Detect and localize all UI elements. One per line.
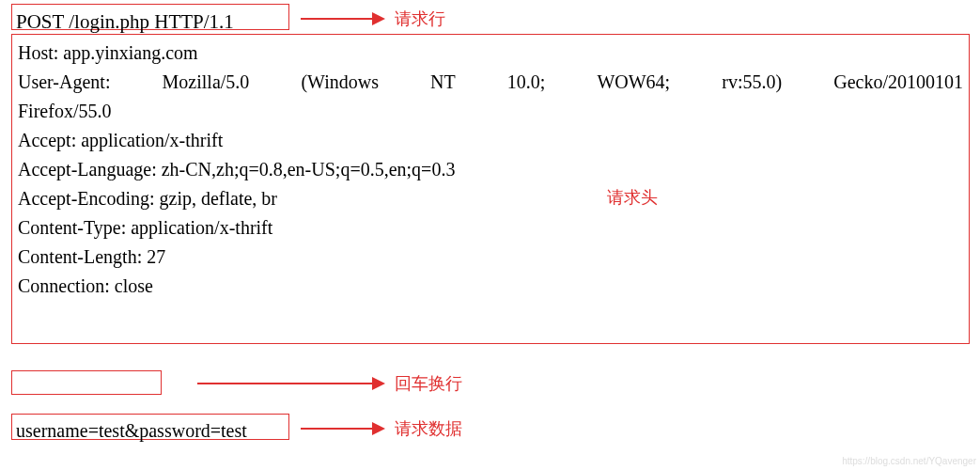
- ua-3: NT: [430, 68, 456, 97]
- header-connection: Connection: close: [18, 272, 963, 301]
- ua-1: Mozilla/5.0: [163, 68, 250, 97]
- header-accept-encoding: Accept-Encoding: gzip, deflate, br: [18, 184, 963, 213]
- request-body-box: username=test&password=test: [11, 414, 289, 440]
- header-content-length: Content-Length: 27: [18, 243, 963, 272]
- header-content-type: Content-Type: application/x-thrift: [18, 213, 963, 243]
- watermark: https://blog.csdn.net/YQavenger: [842, 456, 976, 466]
- arrow-line: [301, 428, 372, 430]
- ua-2: (Windows: [301, 68, 379, 97]
- crlf-box: [11, 370, 162, 395]
- ua-0: User-Agent:: [18, 68, 110, 97]
- label-crlf: 回车换行: [395, 372, 462, 395]
- arrow-crlf: [197, 377, 385, 390]
- header-user-agent-tail: Firefox/55.0: [18, 97, 963, 126]
- header-accept: Accept: application/x-thrift: [18, 126, 963, 155]
- header-host: Host: app.yinxiang.com: [18, 39, 963, 68]
- header-accept-language: Accept-Language: zh-CN,zh;q=0.8,en-US;q=…: [18, 155, 963, 184]
- arrow-body: [301, 422, 385, 435]
- arrow-line: [301, 18, 372, 20]
- ua-5: WOW64;: [597, 68, 670, 97]
- headers-box: Host: app.yinxiang.com User-Agent: Mozil…: [11, 34, 970, 344]
- arrow-head-icon: [372, 422, 385, 435]
- ua-6: rv:55.0): [722, 68, 782, 97]
- request-line-text: POST /login.php HTTP/1.1: [16, 7, 285, 38]
- label-body: 请求数据: [395, 417, 462, 440]
- arrow-head-icon: [372, 12, 385, 25]
- header-user-agent: User-Agent: Mozilla/5.0 (Windows NT 10.0…: [18, 68, 963, 97]
- arrow-request-line: [301, 12, 385, 25]
- ua-4: 10.0;: [507, 68, 546, 97]
- ua-7: Gecko/20100101: [833, 68, 963, 97]
- label-headers: 请求头: [607, 186, 658, 209]
- request-body-text: username=test&password=test: [16, 416, 285, 446]
- request-line-box: POST /login.php HTTP/1.1: [11, 4, 289, 30]
- arrow-head-icon: [372, 377, 385, 390]
- arrow-line: [197, 383, 372, 384]
- label-request-line: 请求行: [395, 8, 445, 30]
